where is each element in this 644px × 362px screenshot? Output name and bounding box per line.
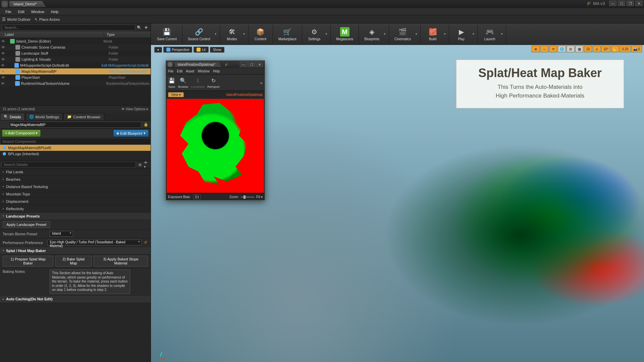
lit-mode-dropdown[interactable]: Lit bbox=[194, 47, 209, 53]
prepare-splat-button[interactable]: 1) Prepare Splat Map Baker bbox=[3, 256, 53, 266]
hud-button-6[interactable]: 10 bbox=[584, 46, 592, 52]
tree-row[interactable]: 👁 M4SupporterScript-DoNotEdit Edit M4Sup… bbox=[0, 62, 151, 68]
minimize-button[interactable]: — bbox=[609, 1, 616, 6]
row-type[interactable]: Edit MagicMapMaterialBP bbox=[109, 70, 147, 73]
tex-menu-help[interactable]: Help bbox=[213, 69, 220, 73]
hud-button-7[interactable]: ⚠ bbox=[593, 46, 601, 52]
menu-edit[interactable]: Edit bbox=[15, 9, 28, 15]
settings-button[interactable]: ⚙Settings bbox=[304, 25, 324, 44]
biome-select[interactable]: Island bbox=[50, 231, 73, 237]
category-beaches[interactable]: ▸Beaches bbox=[0, 176, 151, 183]
add-component-button[interactable]: + Add Component ▾ bbox=[2, 130, 41, 137]
perspective-dropdown[interactable]: Perspective bbox=[163, 47, 192, 53]
visibility-icon[interactable]: 👁 bbox=[0, 69, 6, 73]
visibility-icon[interactable]: 👁 bbox=[0, 39, 6, 43]
hud-button-0[interactable]: ⊕ bbox=[532, 46, 540, 52]
add-actor-icon[interactable]: ✚ bbox=[143, 25, 149, 30]
tex-expand-icon[interactable]: » bbox=[260, 80, 263, 85]
hud-button-2[interactable]: ⟲ bbox=[549, 46, 557, 52]
menu-window[interactable]: Window bbox=[28, 9, 48, 15]
tree-row[interactable]: 👁 Landscape Stuff Folder bbox=[0, 50, 151, 56]
tab-world-settings[interactable]: 🌐World Settings bbox=[25, 113, 63, 120]
tree-row[interactable]: 👁 RuntimeVirtualTextureVolume RuntimeVir… bbox=[0, 80, 151, 86]
filter-matrix-icon[interactable]: ⊞ bbox=[137, 162, 143, 167]
outliner-tree[interactable]: 👁 Island_Demo (Editor) World👁 Cinematic … bbox=[0, 38, 151, 105]
blueprints-button[interactable]: ◈Blueprints bbox=[361, 25, 382, 44]
hud-button-4[interactable]: ⊞ bbox=[567, 46, 575, 52]
edit-blueprint-button[interactable]: ◈Edit Blueprint ▾ bbox=[113, 130, 149, 137]
lock-icon[interactable]: 🔒 bbox=[143, 122, 149, 127]
tree-row[interactable]: 👁 Island_Demo (Editor) World bbox=[0, 38, 151, 44]
category-displacement[interactable]: ▸Displacement bbox=[0, 198, 151, 205]
tex-menu-window[interactable]: Window bbox=[198, 69, 210, 73]
exposure-spinner[interactable]: 0▴▾ bbox=[193, 195, 201, 199]
outliner-search-input[interactable] bbox=[2, 24, 135, 31]
category-reflectivity[interactable]: ▸Reflectivity bbox=[0, 205, 151, 213]
search-icon[interactable]: 🔍 bbox=[137, 25, 142, 30]
fit-dropdown[interactable]: Fit ▾ bbox=[256, 195, 263, 199]
dropdown-icon[interactable]: ▼ bbox=[383, 33, 387, 36]
tex-canvas[interactable] bbox=[167, 99, 264, 193]
megascans-button[interactable]: MMegascans bbox=[333, 25, 357, 44]
tree-row[interactable]: 👁 PlayerStart PlayerStart bbox=[0, 74, 151, 80]
texture-editor-window[interactable]: IslandFinalizedSplatmap* 🎓 — ☐ ✕ FileEdi… bbox=[166, 60, 265, 200]
category-distance-based-texturing[interactable]: ▸Distance Based Texturing bbox=[0, 183, 151, 190]
cinematics-button[interactable]: 🎬Cinematics bbox=[391, 25, 414, 44]
dropdown-icon[interactable]: ▼ bbox=[443, 33, 447, 36]
project-tab[interactable]: Island_Demo* bbox=[9, 1, 46, 7]
search-details-input[interactable] bbox=[1, 162, 136, 168]
tex-menu-edit[interactable]: Edit bbox=[177, 69, 182, 73]
graduation-icon[interactable]: 🎓 bbox=[587, 1, 592, 6]
viewport-options-dropdown[interactable]: ▾ bbox=[154, 47, 162, 53]
hud-button-9[interactable]: 📐 bbox=[611, 46, 619, 52]
bake-splat-button[interactable]: 2) Bake Splat Map bbox=[55, 256, 92, 266]
place-actors-mode[interactable]: ↖Place Actors bbox=[35, 17, 60, 22]
tex-menu-asset[interactable]: Asset bbox=[186, 69, 194, 73]
source-control-button[interactable]: 🔗Source Control bbox=[184, 25, 214, 44]
tex-browse-button[interactable]: 🔍Browse bbox=[178, 77, 188, 88]
hud-button-8[interactable]: 10° bbox=[601, 46, 610, 52]
world-outliner-mode[interactable]: ☰World Outliner bbox=[2, 17, 31, 22]
row-type[interactable]: Edit M4SupporterScript-DoNotEdit bbox=[102, 64, 149, 67]
tex-window-tab[interactable]: IslandFinalizedSplatmap* bbox=[175, 62, 221, 67]
tex-save-button[interactable]: 💾Save bbox=[168, 77, 175, 88]
tex-window-titlebar[interactable]: IslandFinalizedSplatmap* 🎓 — ☐ ✕ bbox=[166, 61, 265, 68]
dropdown-icon[interactable]: ▼ bbox=[500, 33, 504, 36]
splat-baker-header[interactable]: ▾Splat / Heat Map Baker bbox=[0, 247, 151, 254]
level-viewport[interactable]: ▾ Perspective Lit Show ⊕↔⟲🌐⊞▦10⚠10°📐0.25… bbox=[151, 45, 644, 362]
category-mountain-tops[interactable]: ▸Mountain Tops bbox=[0, 190, 151, 198]
hud-button-11[interactable]: 📷 6 bbox=[631, 46, 642, 52]
tex-menu-file[interactable]: File bbox=[168, 69, 173, 73]
visibility-icon[interactable]: 👁 bbox=[0, 75, 6, 79]
col-type[interactable]: Type bbox=[104, 32, 151, 38]
visibility-icon[interactable]: 👁 bbox=[0, 57, 6, 61]
tex-maximize-button[interactable]: ☐ bbox=[248, 62, 255, 67]
visibility-filter-icon[interactable]: 👁▾ bbox=[144, 162, 149, 167]
window-mode-button[interactable]: ❐ bbox=[627, 1, 634, 6]
tree-row[interactable]: 👁 Cinematic Scene Cameras Folder bbox=[0, 44, 151, 50]
visibility-icon[interactable]: 👁 bbox=[0, 81, 6, 85]
actor-name-input[interactable] bbox=[9, 122, 141, 128]
dropdown-icon[interactable]: ▼ bbox=[243, 33, 246, 36]
hud-button-10[interactable]: 0.25 bbox=[620, 46, 630, 52]
menu-help[interactable]: Help bbox=[48, 9, 62, 15]
tex-view-dropdown[interactable]: View ▾ bbox=[168, 92, 184, 97]
apply-baked-slope-button[interactable]: 3) Apply Baked Slope Material bbox=[94, 256, 148, 266]
search-components-input[interactable] bbox=[0, 138, 151, 145]
dropdown-icon[interactable]: ▼ bbox=[325, 33, 328, 36]
tex-reimport-button[interactable]: ↻Reimport bbox=[207, 77, 220, 88]
visibility-icon[interactable]: 👁 bbox=[0, 45, 6, 49]
visibility-icon[interactable]: 👁 bbox=[0, 63, 6, 67]
tree-row[interactable]: 👁 Lighting & Visuals Folder bbox=[0, 56, 151, 62]
col-label[interactable]: Label bbox=[0, 32, 104, 38]
play-button[interactable]: ▶Play bbox=[451, 25, 471, 44]
component-row[interactable]: BPLogo (Inherited) bbox=[0, 151, 151, 157]
launch-button[interactable]: 🎮Launch bbox=[480, 25, 500, 44]
hud-button-5[interactable]: ▦ bbox=[575, 46, 583, 52]
auto-caching-header[interactable]: ▸Auto Caching(Do Not Edit) bbox=[0, 296, 151, 303]
menu-file[interactable]: File bbox=[2, 9, 15, 15]
zoom-slider[interactable] bbox=[241, 196, 254, 198]
component-list[interactable]: MagicMapMaterialBP(self)BPLogo (Inherite… bbox=[0, 145, 151, 161]
tree-row[interactable]: 👁 MagicMapMaterialBP Edit MagicMapMateri… bbox=[0, 68, 151, 74]
tab-content-browser[interactable]: 📁Content Browser bbox=[63, 113, 104, 120]
